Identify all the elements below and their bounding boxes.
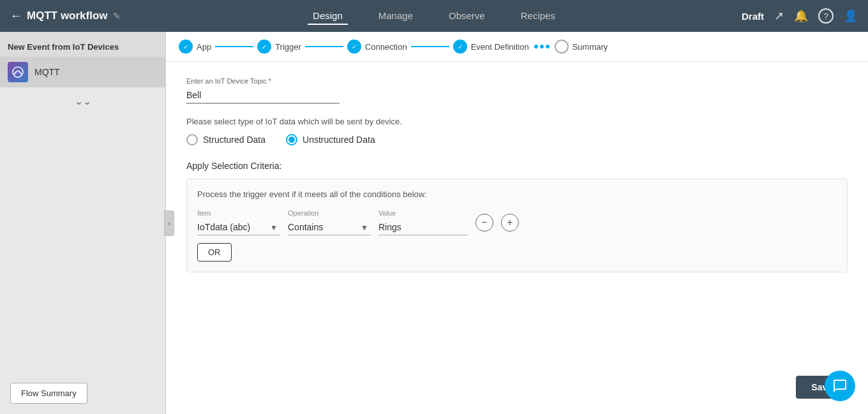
step-dot-2 [540,45,544,48]
tab-manage[interactable]: Manage [373,8,418,25]
tab-recipes[interactable]: Recipes [516,8,560,25]
step-label-trigger: Trigger [275,42,301,52]
back-button[interactable]: ← [10,10,22,23]
nav-right: Draft ↗ 🔔 ? 👤 [717,8,858,24]
sidebar-item-mqtt[interactable]: MQTT [0,57,165,87]
step-summary: Summary [555,40,608,54]
item-field: Item IoTdata (abc) ▼ [197,209,280,235]
step-label-summary: Summary [572,42,608,52]
main-layout: New Event from IoT Devices MQTT ⌄⌄ ‹ Flo… [0,32,868,414]
step-circle-event: ✓ [453,40,467,54]
criteria-row: Item IoTdata (abc) ▼ Operation Cont [197,209,837,235]
app-title: MQTT workflow [27,10,108,22]
step-circle-summary [555,40,569,54]
item-select-wrapper: IoTdata (abc) ▼ [197,219,280,235]
step-trigger: ✓ Trigger [257,40,301,54]
tab-observe[interactable]: Observe [444,8,490,25]
step-label-event: Event Definition [471,42,529,52]
step-connection: ✓ Connection [347,40,407,54]
topic-field-group: Enter an IoT Device Topic * [186,77,848,104]
radio-structured-label: Structured Data [203,135,266,145]
content-area: ✓ App ✓ Trigger ✓ Connection ✓ Event Def… [166,32,868,414]
item-field-label: Item [197,209,280,217]
step-label-connection: Connection [365,42,407,52]
chat-bubble-button[interactable] [825,371,855,401]
criteria-section-title: Apply Selection Criteria: [186,161,848,171]
criteria-description: Process the trigger event if it meets al… [197,189,837,199]
sidebar-item-label: MQTT [34,67,60,77]
step-line-2 [305,46,343,47]
value-field: Value [378,209,468,235]
user-icon[interactable]: 👤 [844,9,858,23]
form-content: Enter an IoT Device Topic * Please selec… [166,62,868,414]
sidebar-chevron[interactable]: ⌄⌄ [0,87,165,115]
add-criteria-button[interactable]: + [501,214,519,232]
step-event-definition: ✓ Event Definition [453,40,529,54]
radio-unstructured-label: Unstructured Data [303,135,375,145]
step-circle-trigger: ✓ [257,40,271,54]
topic-field-label: Enter an IoT Device Topic * [186,77,848,85]
step-circle-connection: ✓ [347,40,361,54]
step-dot-1 [534,45,538,48]
or-button[interactable]: OR [197,243,232,262]
criteria-box: Process the trigger event if it meets al… [186,179,848,272]
help-icon[interactable]: ? [818,8,834,24]
step-dot-3 [546,45,550,48]
step-line-1 [215,46,253,47]
flow-summary-button[interactable]: Flow Summary [10,383,87,404]
bell-icon[interactable]: 🔔 [794,9,808,23]
sidebar-collapse-button[interactable]: ‹ [164,211,174,236]
sidebar: New Event from IoT Devices MQTT ⌄⌄ ‹ Flo… [0,32,166,414]
export-icon[interactable]: ↗ [774,9,784,23]
edit-icon[interactable]: ✎ [113,11,121,21]
step-app: ✓ App [179,40,211,54]
data-type-description: Please select type of IoT data which wil… [186,117,848,126]
tab-design[interactable]: Design [308,8,348,25]
remove-criteria-button[interactable]: − [475,214,493,232]
radio-unstructured-inner [288,137,295,143]
nav-left: ← MQTT workflow ✎ [10,10,151,23]
stepper: ✓ App ✓ Trigger ✓ Connection ✓ Event Def… [166,32,868,62]
radio-unstructured-circle [286,134,297,145]
step-line-3 [411,46,449,47]
step-label-app: App [197,42,211,52]
operation-field-label: Operation [288,209,371,217]
radio-structured-circle [186,134,198,145]
radio-group: Structured Data Unstructured Data [186,134,848,145]
nav-center: Design Manage Observe Recipes [151,8,717,25]
top-nav: ← MQTT workflow ✎ Design Manage Observe … [0,0,868,32]
item-select[interactable]: IoTdata (abc) [197,219,280,235]
step-dots [534,45,550,48]
sidebar-title: New Event from IoT Devices [0,32,165,57]
operation-select-wrapper: Contains Equals Starts with Ends with ▼ [288,219,371,235]
topic-input[interactable] [186,87,340,104]
value-input[interactable] [378,219,468,235]
radio-structured[interactable]: Structured Data [186,134,266,145]
mqtt-icon [8,62,28,82]
operation-field: Operation Contains Equals Starts with En… [288,209,371,235]
draft-label: Draft [742,11,764,22]
value-field-label: Value [378,209,468,217]
radio-unstructured[interactable]: Unstructured Data [286,134,375,145]
step-circle-app: ✓ [179,40,193,54]
operation-select[interactable]: Contains Equals Starts with Ends with [288,219,371,235]
